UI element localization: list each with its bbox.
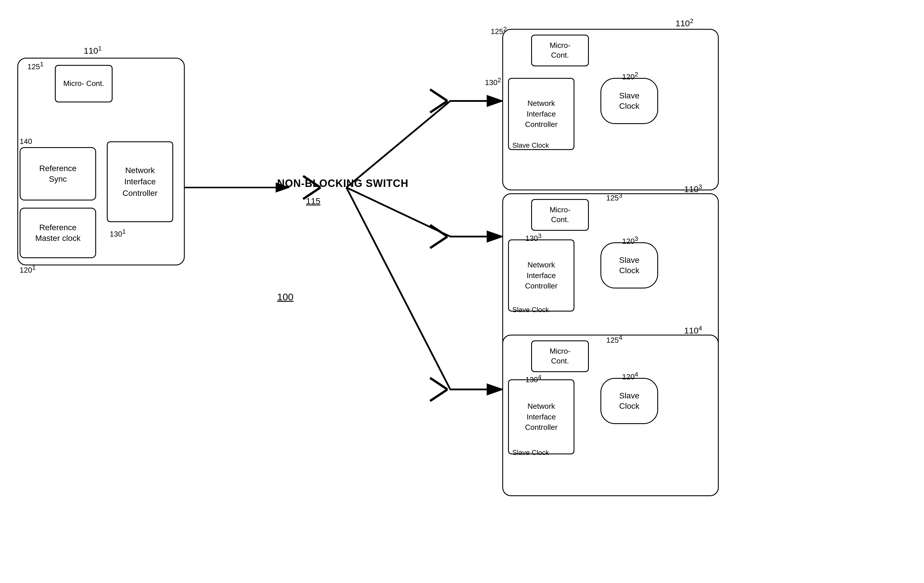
- label-120-1: 1201: [20, 264, 36, 275]
- label-120-4: 1204: [622, 371, 638, 381]
- label-130-3: 1303: [525, 232, 541, 243]
- label-130-1: 1301: [110, 228, 126, 239]
- label-120-2: 1202: [622, 71, 638, 81]
- svg-line-23: [430, 378, 447, 389]
- nic-4: NetworkInterfaceController: [508, 379, 574, 455]
- svg-line-24: [430, 389, 447, 401]
- label-110-4: 1104: [684, 324, 702, 336]
- label-110-3: 1103: [684, 183, 702, 194]
- slave-clock-label-4: Slave Clock: [512, 449, 549, 457]
- label-110-2: 1102: [675, 17, 693, 28]
- micro-cont-2: Micro-Cont.: [531, 35, 589, 66]
- ref-sync-1: ReferenceSync: [20, 147, 96, 201]
- svg-line-21: [430, 225, 447, 237]
- slave-clock-2: SlaveClock: [601, 78, 658, 124]
- diagram: 1101 Micro- Cont. 1251 NetworkInterfaceC…: [0, 0, 924, 583]
- label-125-3: 1253: [606, 192, 622, 203]
- micro-cont-3: Micro-Cont.: [531, 199, 589, 231]
- ref-master-1: ReferenceMaster clock: [20, 208, 96, 258]
- nic-3: NetworkInterfaceController: [508, 239, 574, 311]
- label-115: 115: [306, 196, 320, 206]
- label-130-2: 1302: [485, 76, 501, 87]
- slave-clock-3: SlaveClock: [601, 242, 658, 288]
- label-125-4: 1254: [606, 334, 622, 345]
- label-130-4: 1304: [525, 374, 541, 384]
- svg-line-20: [430, 101, 447, 112]
- nic-1: NetworkInterfaceController: [107, 142, 173, 222]
- label-100: 100: [277, 292, 294, 303]
- svg-line-22: [430, 237, 447, 248]
- micro-cont-1: Micro- Cont.: [55, 65, 112, 102]
- switch-label: NON-BLOCKING SWITCH: [277, 178, 408, 189]
- slave-clock-label-3: Slave Clock: [512, 306, 549, 314]
- svg-line-19: [430, 89, 447, 101]
- label-140: 140: [20, 137, 32, 146]
- label-110-1: 1101: [84, 45, 102, 56]
- nic-2: NetworkInterfaceController: [508, 78, 574, 150]
- slave-clock-label-2: Slave Clock: [512, 142, 549, 150]
- label-125-2: 1252: [491, 25, 507, 36]
- slave-clock-4: SlaveClock: [601, 378, 658, 424]
- label-120-3: 1203: [622, 235, 638, 246]
- label-125-1: 1251: [27, 61, 44, 71]
- micro-cont-4: Micro-Cont.: [531, 340, 589, 372]
